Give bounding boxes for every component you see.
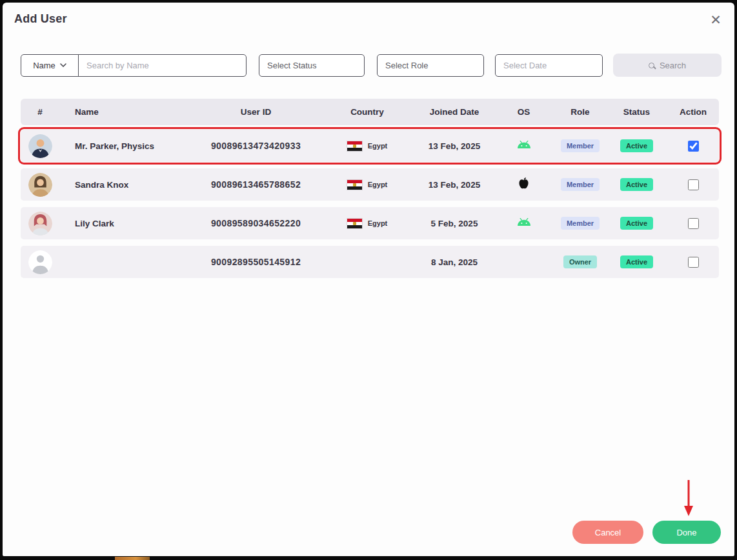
user-id: 90092895505145912 xyxy=(193,257,319,267)
column-header-os: OS xyxy=(493,107,554,117)
date-select[interactable] xyxy=(495,54,603,77)
page-title: Add User xyxy=(14,12,67,26)
search-icon xyxy=(649,63,654,68)
table-row: Lily Clark 90089589034652220 Egypt 5 Feb… xyxy=(21,207,719,239)
done-button[interactable]: Done xyxy=(652,521,721,544)
user-name: Sandra Knox xyxy=(75,180,128,190)
user-id: 90089613473420933 xyxy=(193,141,319,151)
joined-date: 5 Feb, 2025 xyxy=(416,219,493,228)
joined-date: 8 Jan, 2025 xyxy=(416,257,493,267)
android-icon xyxy=(517,141,531,149)
country-label: Egypt xyxy=(368,181,388,188)
column-header-userid: User ID xyxy=(193,107,319,117)
status-badge: Active xyxy=(620,139,653,152)
country-cell: Egypt xyxy=(319,219,416,228)
column-header-name: Name xyxy=(59,107,193,117)
avatar xyxy=(28,134,52,158)
status-badge: Active xyxy=(620,217,653,230)
os-cell xyxy=(493,177,554,192)
filter-bar: Name Search xyxy=(21,54,722,77)
avatar xyxy=(28,173,52,197)
column-header-action: Action xyxy=(667,107,719,117)
annotation-arrow-icon xyxy=(682,479,695,517)
status-badge: Active xyxy=(620,178,653,191)
name-filter-dropdown[interactable]: Name xyxy=(21,54,79,77)
cancel-button[interactable]: Cancel xyxy=(572,521,643,544)
search-input[interactable] xyxy=(78,54,247,77)
country-cell: Egypt xyxy=(319,141,416,151)
egypt-flag-icon xyxy=(347,180,362,190)
add-user-modal: Add User ✕ Name Search # Name User ID Co… xyxy=(3,3,734,556)
close-icon[interactable]: ✕ xyxy=(706,10,725,30)
country-cell: Egypt xyxy=(319,180,416,190)
user-id: 90089613465788652 xyxy=(193,179,319,190)
apple-icon xyxy=(518,177,529,190)
avatar-placeholder xyxy=(28,250,52,274)
table-header-row: # Name User ID Country Joined Date OS Ro… xyxy=(21,99,719,125)
country-label: Egypt xyxy=(368,219,388,227)
avatar xyxy=(28,212,52,235)
column-header-role: Role xyxy=(554,107,606,117)
android-icon xyxy=(517,218,531,226)
status-select[interactable] xyxy=(259,54,365,77)
os-cell xyxy=(493,140,554,152)
column-header-country: Country xyxy=(319,107,416,117)
window-frame: Add User ✕ Name Search # Name User ID Co… xyxy=(0,0,737,560)
row-select-checkbox[interactable] xyxy=(688,141,699,152)
joined-date: 13 Feb, 2025 xyxy=(416,180,493,190)
user-name: Lily Clark xyxy=(75,219,114,228)
column-header-joined: Joined Date xyxy=(416,107,493,117)
column-header-status: Status xyxy=(606,107,667,117)
table-row: Sandra Knox 90089613465788652 Egypt 13 F… xyxy=(21,168,719,201)
search-button[interactable]: Search xyxy=(613,54,722,77)
user-name: Mr. Parker, Physics xyxy=(75,141,154,151)
row-select-checkbox[interactable] xyxy=(688,179,699,190)
joined-date: 13 Feb, 2025 xyxy=(416,141,493,151)
egypt-flag-icon xyxy=(347,141,362,151)
row-select-checkbox[interactable] xyxy=(688,257,699,268)
users-table: # Name User ID Country Joined Date OS Ro… xyxy=(21,99,719,285)
search-button-label: Search xyxy=(660,61,686,70)
chevron-down-icon xyxy=(60,63,66,67)
table-row: 90092895505145912 8 Jan, 2025 Owner Acti… xyxy=(21,246,719,278)
name-filter-label: Name xyxy=(33,61,56,70)
country-label: Egypt xyxy=(368,142,388,150)
table-row: Mr. Parker, Physics 90089613473420933 Eg… xyxy=(21,130,719,162)
role-badge: Member xyxy=(561,139,600,152)
os-cell xyxy=(493,217,554,229)
role-badge: Member xyxy=(561,178,600,191)
status-badge: Active xyxy=(620,255,653,268)
user-id: 90089589034652220 xyxy=(193,218,319,228)
row-select-checkbox[interactable] xyxy=(688,218,699,229)
column-header-index: # xyxy=(21,107,59,117)
role-select[interactable] xyxy=(377,54,484,77)
background-page-sliver xyxy=(115,557,150,560)
egypt-flag-icon xyxy=(347,219,362,228)
role-badge: Member xyxy=(561,217,600,230)
role-badge: Owner xyxy=(563,255,597,268)
